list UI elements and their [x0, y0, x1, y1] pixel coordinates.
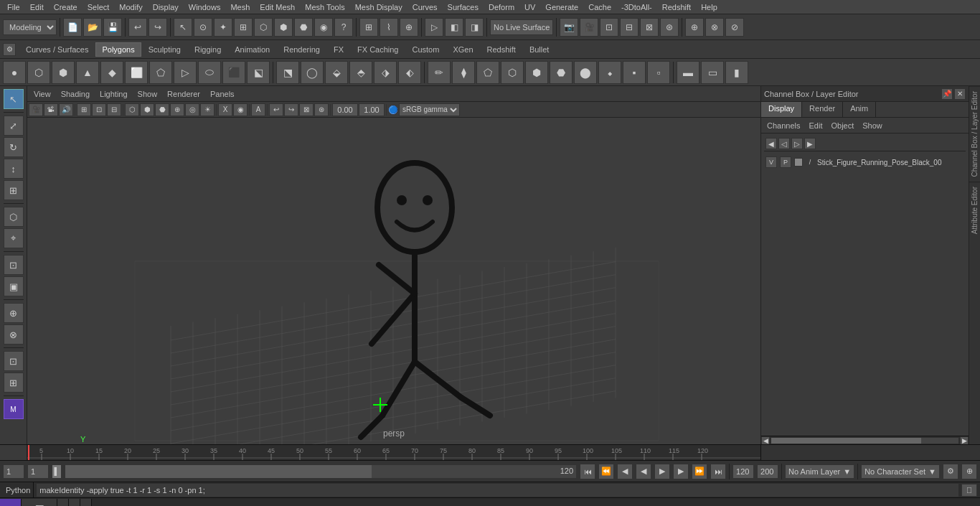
workspace-selector[interactable]: Modeling: [3, 19, 57, 35]
start-frame-field[interactable]: 1: [27, 464, 49, 479]
shelf-prism[interactable]: ▷: [174, 61, 197, 84]
shelf-bool-diff[interactable]: ⬠: [476, 61, 499, 84]
shelf-reduce[interactable]: ▪: [623, 61, 646, 84]
lasso-select[interactable]: ⊡: [4, 255, 24, 275]
question-btn[interactable]: ?: [334, 18, 353, 37]
menu-deform[interactable]: Deform: [484, 1, 519, 13]
layer-visibility-btn[interactable]: V: [765, 156, 777, 168]
shelf-bool-union[interactable]: ⧫: [452, 61, 475, 84]
layer-playback-btn[interactable]: P: [780, 156, 791, 168]
snap-point-btn[interactable]: ⊕: [400, 18, 418, 37]
scroll-left-btn[interactable]: ◀: [761, 436, 770, 445]
cam4-btn[interactable]: ⊟: [620, 18, 639, 37]
scroll-track[interactable]: [771, 438, 958, 444]
tab-display[interactable]: Display: [761, 102, 802, 117]
timeline-numbers[interactable]: 5 10 15 20 25 30 35 40 45 50 55 60 65: [27, 445, 760, 460]
frame-slider-handle[interactable]: ▌: [52, 464, 62, 479]
shelf-torus[interactable]: ◆: [100, 61, 123, 84]
module-bullet[interactable]: Bullet: [523, 42, 556, 57]
tab-anim[interactable]: Anim: [843, 102, 876, 117]
sculpt-btn[interactable]: ◉: [314, 18, 333, 37]
live-surface-label[interactable]: No Live Surface: [490, 19, 553, 35]
lasso-btn[interactable]: ⊙: [194, 18, 212, 37]
paint-select[interactable]: ▣: [4, 276, 24, 296]
vp-menu-show[interactable]: Show: [134, 88, 161, 100]
vp-shading2-btn[interactable]: ⬢: [140, 103, 154, 116]
show-manip[interactable]: ⌖: [4, 228, 24, 248]
end-frame-field[interactable]: 120: [732, 464, 754, 479]
shelf-bridge[interactable]: ⬗: [374, 61, 397, 84]
render2-btn[interactable]: ◧: [445, 18, 463, 37]
shelf-interactive[interactable]: ◯: [301, 61, 324, 84]
module-animation[interactable]: Animation: [228, 42, 276, 57]
vp-snap2[interactable]: ↪: [284, 103, 298, 116]
shelf-connect[interactable]: ⬘: [349, 61, 372, 84]
snap-grid[interactable]: ⊗: [4, 324, 24, 345]
sub-edit[interactable]: Edit: [806, 120, 825, 131]
universal-manip[interactable]: ⊞: [4, 180, 24, 200]
sub-channels[interactable]: Channels: [764, 120, 803, 131]
pb-goto-end-btn[interactable]: ⏭: [710, 464, 726, 479]
shelf-multi-cut[interactable]: ⬙: [325, 61, 348, 84]
vp-menu-view[interactable]: View: [30, 88, 55, 100]
transform-btn[interactable]: ⊞: [234, 18, 253, 37]
tab-render[interactable]: Render: [802, 102, 843, 117]
layer-prev-btn[interactable]: ◀: [765, 138, 777, 149]
shelf-cylinder[interactable]: ⬢: [52, 61, 75, 84]
menu-cache[interactable]: Cache: [584, 1, 616, 13]
camera-attrs[interactable]: ⊞: [4, 373, 24, 393]
module-polygons[interactable]: Polygons: [95, 42, 141, 57]
module-curves-surfaces[interactable]: Curves / Surfaces: [19, 42, 95, 57]
char-set-selector[interactable]: No Character Set ▼: [861, 464, 940, 479]
menu-3dtoa[interactable]: -3DtoAll-: [617, 1, 656, 13]
ch-pin-btn[interactable]: 📌: [941, 88, 953, 100]
module-redshift[interactable]: Redshift: [481, 42, 522, 57]
cam6-btn[interactable]: ⊛: [660, 18, 679, 37]
nurbs-btn[interactable]: ⬢: [274, 18, 293, 37]
vp-shading1-btn[interactable]: ⬡: [125, 103, 139, 116]
menu-mesh[interactable]: Mesh: [226, 1, 254, 13]
layer-next-btn[interactable]: ▶: [804, 138, 816, 149]
menu-select[interactable]: Select: [83, 1, 114, 13]
scale-tool[interactable]: ↕: [4, 159, 24, 179]
shelf-sphere[interactable]: ●: [3, 61, 26, 84]
shelf-cone[interactable]: ▲: [76, 61, 99, 84]
menu-surfaces[interactable]: Surfaces: [443, 1, 483, 13]
extra3-btn[interactable]: ⊘: [725, 18, 744, 37]
scroll-right-btn[interactable]: ▶: [960, 436, 969, 445]
char-set-extra-btn[interactable]: ⊕: [961, 464, 977, 479]
menu-modify[interactable]: Modify: [115, 1, 146, 13]
vp-aa-btn[interactable]: A: [251, 103, 265, 116]
module-xgen[interactable]: XGen: [446, 42, 479, 57]
menu-uv[interactable]: UV: [520, 1, 540, 13]
snap-curve-btn[interactable]: ⌇: [380, 18, 398, 37]
vp-isolate-btn[interactable]: ◉: [233, 103, 248, 116]
pb-goto-start-btn[interactable]: ⏮: [580, 464, 595, 479]
close-window-btn[interactable]: ✕: [80, 499, 92, 507]
extra1-btn[interactable]: ⊕: [685, 18, 704, 37]
shelf-plane[interactable]: ⬜: [125, 61, 148, 84]
shelf-platonic[interactable]: ⬔: [276, 61, 299, 84]
shelf-disk[interactable]: ⬠: [149, 61, 172, 84]
vp-hud-btn[interactable]: ⊡: [92, 103, 106, 116]
pb-play-fwd-btn[interactable]: ▶: [654, 464, 670, 479]
shelf-sculpt-mesh[interactable]: ▮: [725, 61, 748, 84]
maya-app-icon[interactable]: M: [0, 499, 22, 507]
frame-slider[interactable]: 120: [65, 464, 577, 479]
pb-prev-frame-btn[interactable]: ◀: [617, 464, 633, 479]
sub-show[interactable]: Show: [859, 120, 885, 131]
display-settings[interactable]: ⊡: [4, 351, 24, 371]
shelf-helix[interactable]: ⬕: [247, 61, 270, 84]
select-tool[interactable]: ↖: [4, 89, 24, 109]
select-tool-btn[interactable]: ↖: [174, 18, 192, 37]
current-frame-field[interactable]: 1: [3, 464, 24, 479]
rotate-tool[interactable]: ↻: [4, 137, 24, 157]
shelf-pyramid[interactable]: ⬭: [198, 61, 221, 84]
vp-grid-btn[interactable]: ⊞: [77, 103, 91, 116]
save-file-btn[interactable]: 💾: [103, 18, 122, 37]
pb-next-key-btn[interactable]: ⏩: [692, 464, 707, 479]
vp-menu-lighting[interactable]: Lighting: [96, 88, 131, 100]
poly-btn[interactable]: ⬡: [254, 18, 273, 37]
vp-light-btn[interactable]: ☀: [200, 103, 215, 116]
layer-next2-btn[interactable]: ▷: [791, 138, 803, 149]
